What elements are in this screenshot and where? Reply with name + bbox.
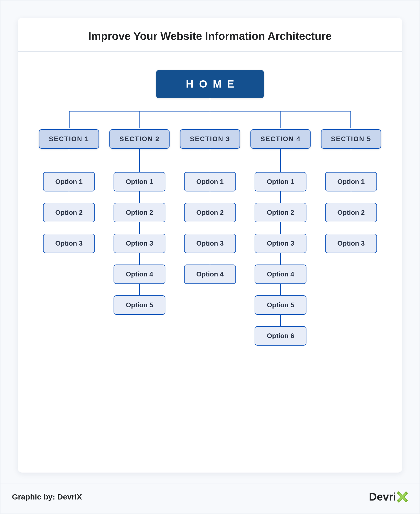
connector [280,253,281,265]
option-node: Option 6 [255,326,306,346]
columns: SECTION 1 Option 1 Option 2 Option 3 SEC… [18,129,402,346]
column-1: SECTION 1 Option 1 Option 2 Option 3 [39,129,99,346]
connector [210,253,210,265]
option-node: Option 3 [325,234,377,253]
connector [139,149,140,172]
connector [210,222,210,234]
connector [69,149,69,172]
option-node: Option 4 [184,265,236,284]
option-node: Option 2 [184,203,236,222]
option-node: Option 1 [114,172,165,191]
connector [139,284,140,295]
option-node: Option 2 [114,203,165,222]
option-node: Option 3 [184,234,236,253]
logo-x-icon [397,491,408,503]
section-node: SECTION 2 [109,129,170,149]
option-node: Option 3 [114,234,165,253]
connector [280,315,281,326]
option-node: Option 2 [43,203,95,222]
connector [69,191,69,203]
option-node: Option 3 [43,234,95,253]
connector [351,191,351,203]
section-node: SECTION 3 [180,129,240,149]
logo-text: Devri [369,491,396,503]
home-node: HOME [156,70,264,98]
page: Improve Your Website Information Archite… [0,0,420,514]
connector [139,222,140,234]
option-node: Option 3 [255,234,306,253]
connector [69,222,69,234]
option-node: Option 1 [325,172,377,191]
connector [280,284,281,295]
connector [280,149,281,172]
connector [210,149,210,172]
card: Improve Your Website Information Archite… [18,18,402,473]
option-node: Option 2 [325,203,377,222]
connector [280,191,281,203]
page-title: Improve Your Website Information Archite… [18,18,402,52]
option-node: Option 1 [43,172,95,191]
column-5: SECTION 5 Option 1 Option 2 Option 3 [321,129,381,346]
section-node: SECTION 1 [39,129,99,149]
option-node: Option 5 [114,295,165,315]
option-node: Option 2 [255,203,306,222]
column-2: SECTION 2 Option 1 Option 2 Option 3 Opt… [109,129,170,346]
connector [351,222,351,234]
connector [139,191,140,203]
diagram: HOME SECTION 1 Option 1 [18,52,402,473]
connector [280,222,281,234]
option-node: Option 1 [184,172,236,191]
column-3: SECTION 3 Option 1 Option 2 Option 3 Opt… [180,129,240,346]
option-node: Option 1 [255,172,306,191]
connector [351,149,351,172]
connector [210,191,210,203]
footer: Graphic by: DevriX Devri [1,483,419,513]
option-node: Option 4 [114,265,165,284]
connector [139,253,140,265]
section-node: SECTION 5 [321,129,381,149]
devrix-logo: Devri [369,491,408,503]
option-node: Option 4 [255,265,306,284]
section-node: SECTION 4 [250,129,311,149]
option-node: Option 5 [255,295,306,315]
column-4: SECTION 4 Option 1 Option 2 Option 3 Opt… [250,129,311,346]
credit-text: Graphic by: DevriX [12,492,82,501]
